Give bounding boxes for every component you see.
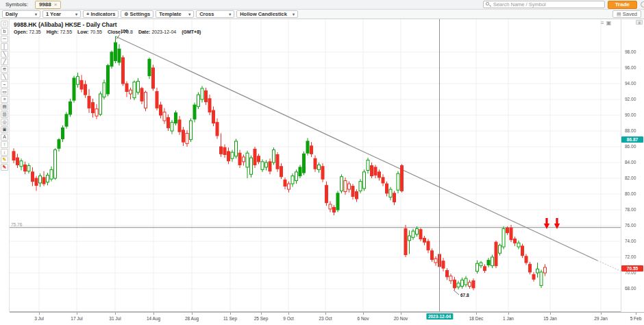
candle xyxy=(238,150,241,168)
candle xyxy=(95,104,98,119)
arrow-up-marker-tool-icon[interactable]: ↑ xyxy=(1,141,8,148)
range-dropdown[interactable]: 1 Year▾ xyxy=(42,10,81,18)
candle xyxy=(431,248,434,262)
trade-button[interactable]: Trade xyxy=(608,1,637,9)
time-tick-label: 28 Aug xyxy=(185,316,199,321)
search-input[interactable] xyxy=(492,1,604,8)
range-dropdown-label: 1 Year xyxy=(46,11,61,17)
candle xyxy=(107,64,110,96)
time-tick-label: 14 Aug xyxy=(147,316,160,321)
time-tick xyxy=(115,313,116,315)
symbol-tab-9988[interactable]: 9988 × xyxy=(35,1,61,9)
candle xyxy=(449,274,452,284)
price-tick-label: 94.00 xyxy=(625,81,636,86)
extended-line-tool-icon[interactable]: ╲ xyxy=(1,73,8,80)
candle xyxy=(329,201,332,212)
candle xyxy=(231,150,234,162)
price-chart[interactable]: 75.7610067.8 xyxy=(10,19,621,312)
candle xyxy=(502,226,505,249)
horizontal-line-tool-icon[interactable]: ─ xyxy=(1,36,8,43)
template-dropdown[interactable]: Template▾ xyxy=(156,10,194,18)
crosshair-price-label: 86.87 xyxy=(621,136,643,143)
candle xyxy=(367,158,369,173)
candle xyxy=(484,264,486,273)
pattern-tool-icon[interactable]: ▤ xyxy=(1,104,8,110)
candle xyxy=(397,171,399,193)
candle xyxy=(62,125,64,142)
time-tick xyxy=(261,313,262,315)
price-tick-label: 82.00 xyxy=(625,176,636,180)
support-line[interactable]: 75.76 xyxy=(10,222,621,228)
candle xyxy=(306,138,309,155)
candle xyxy=(265,160,268,171)
svg-text:75.76: 75.76 xyxy=(11,222,23,227)
chevron-down-icon: ▾ xyxy=(293,12,295,16)
candle xyxy=(178,116,181,135)
saved-button[interactable]: ▤ Saved xyxy=(612,10,641,18)
candle xyxy=(371,162,373,178)
search-box[interactable] xyxy=(483,1,605,8)
candle xyxy=(325,182,328,206)
magnet-tool-icon[interactable]: b xyxy=(1,28,8,35)
price-axis[interactable]: ≣ 98.0096.0094.0092.0090.0088.0086.0084.… xyxy=(621,19,644,312)
price-tick-label: 78.00 xyxy=(625,207,636,212)
camera-icon[interactable]: ▣ xyxy=(606,21,612,26)
pencil-tool-icon[interactable]: ✎ xyxy=(1,156,8,163)
candle xyxy=(246,151,249,178)
help-icon[interactable] xyxy=(641,1,644,8)
text-tool-icon[interactable]: A xyxy=(1,134,8,141)
time-tick-label: 11 Sep xyxy=(223,316,237,321)
close-icon[interactable]: × xyxy=(54,1,58,8)
candle xyxy=(208,95,211,115)
indicators-button[interactable]: + Indicators xyxy=(83,10,119,18)
time-tick xyxy=(325,313,326,315)
selection-tool-icon[interactable]: □ xyxy=(1,21,8,27)
fibonacci-tool-icon[interactable]: ≡ xyxy=(1,96,8,103)
volume-profile-tool-icon[interactable]: ▥ xyxy=(1,111,8,118)
settings-button[interactable]: ⚙Settings xyxy=(121,10,153,18)
menu-icon[interactable]: ≡ xyxy=(601,21,604,26)
candle xyxy=(517,241,520,250)
ray-tool-icon[interactable]: ╱ xyxy=(1,58,8,65)
chevron-down-icon: ▾ xyxy=(229,12,231,16)
chart-main-area: □b─│╲╱≋╲⌣▭≡▤▥◎▣A↑↓✎✎ 75.7610067.8 9988.H… xyxy=(0,19,644,325)
cursor-mode-dropdown[interactable]: Cross▾ xyxy=(196,10,234,18)
symbols-label: Symbols: xyxy=(5,1,28,8)
candles-layer xyxy=(12,36,547,290)
timeframe-dropdown[interactable]: Daily▾ xyxy=(2,10,40,18)
candle xyxy=(273,147,275,165)
drawing-toolbar: □b─│╲╱≋╲⌣▭≡▤▥◎▣A↑↓✎✎ xyxy=(0,19,10,312)
candle xyxy=(27,163,30,173)
candle xyxy=(480,261,482,268)
candle xyxy=(20,158,23,170)
time-tick-label: 15 Jan xyxy=(543,316,557,321)
candle xyxy=(318,162,321,173)
parallel-channel-tool-icon[interactable]: ≋ xyxy=(1,66,8,73)
time-axis[interactable]: 3 Jul17 Jul31 Jul14 Aug28 Aug11 Sep25 Se… xyxy=(10,312,644,325)
candle xyxy=(156,88,158,110)
brush-tool-icon[interactable]: ✎ xyxy=(1,164,8,171)
trendline[interactable] xyxy=(116,36,621,274)
trend-line-tool-icon[interactable]: ╲ xyxy=(1,51,8,58)
candle xyxy=(122,56,125,86)
target-tool-icon[interactable]: ◎ xyxy=(1,119,8,125)
chart-menu: ≡ ▣ xyxy=(601,21,611,26)
candle xyxy=(42,171,45,186)
candle xyxy=(220,133,223,157)
candle xyxy=(336,191,339,212)
chart-type-dropdown[interactable]: Hollow Candlestick▾ xyxy=(236,10,298,18)
arrow-down-marker-tool-icon[interactable]: ↓ xyxy=(1,149,8,156)
chevron-down-icon: ▾ xyxy=(188,12,190,16)
candle xyxy=(314,156,317,172)
price-tick-label: 72.00 xyxy=(625,254,636,259)
arc-tool-icon[interactable]: ⌣ xyxy=(1,81,8,88)
axis-menu-button[interactable]: ≣ xyxy=(636,20,643,25)
candle xyxy=(80,75,83,92)
template-dropdown-label: Template xyxy=(159,11,181,17)
chart-toolbar: Daily▾1 Year▾+ Indicators⚙SettingsTempla… xyxy=(0,10,644,19)
candle xyxy=(190,119,193,143)
vertical-line-tool-icon[interactable]: │ xyxy=(1,43,8,50)
candle xyxy=(461,278,464,289)
clipboard-tool-icon[interactable]: ▣ xyxy=(1,126,8,133)
rectangle-tool-icon[interactable]: ▭ xyxy=(1,88,8,95)
